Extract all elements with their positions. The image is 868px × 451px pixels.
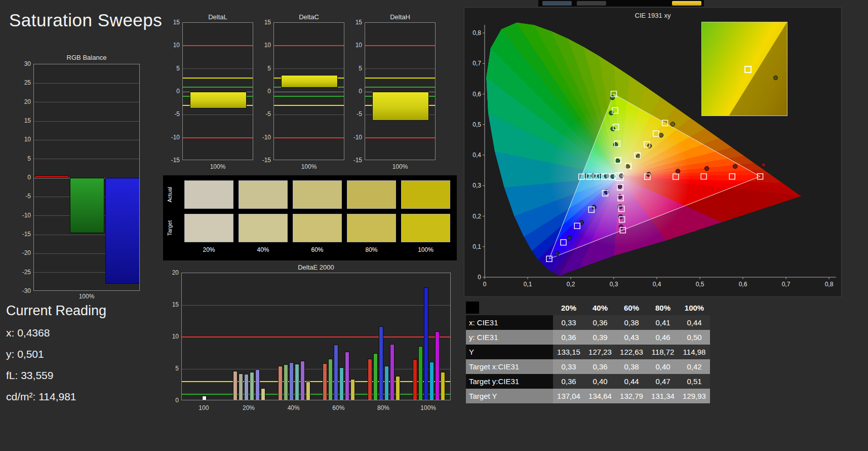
y-tick-label: -10 <box>167 134 180 141</box>
y-tick-label: 0 <box>349 88 362 95</box>
y-tick-label: 0 <box>163 397 179 404</box>
row-label: Y <box>466 345 553 359</box>
x-tick-label: 0,6 <box>739 281 747 288</box>
y-tick-label: 5 <box>167 65 180 72</box>
gridline <box>274 92 344 92</box>
y-tick-label: 10 <box>15 136 31 143</box>
window-topbar <box>538 0 704 7</box>
y-tick-label: 10 <box>163 333 179 340</box>
gridline <box>34 121 139 122</box>
y-tick-label: 10 <box>349 42 362 49</box>
x-axis-label: 100% <box>365 163 436 170</box>
swatch-col-label: 60% <box>293 246 342 253</box>
measurement-table: 20%40%60%80%100%x: CIE310,330,360,380,41… <box>466 300 710 403</box>
swatch-target-20% <box>184 214 233 242</box>
measured-point <box>704 166 708 170</box>
row-label: y: CIE31 <box>466 330 553 345</box>
app-root: Saturation Sweeps RGB Balance 100% 30252… <box>0 0 868 451</box>
table-cell: 0,51 <box>679 374 710 389</box>
plot-area <box>273 22 344 160</box>
delta-e-bar <box>418 346 423 400</box>
y-tick-label: -10 <box>258 134 271 141</box>
y-tick-label: 0,4 <box>472 152 481 159</box>
reading-x: x: 0,4368 <box>6 327 106 339</box>
toolbar-button-yellow[interactable] <box>672 1 701 6</box>
limit-line <box>365 87 435 88</box>
table-cell: 0,44 <box>616 374 647 389</box>
y-tick-label: -5 <box>349 110 362 118</box>
table-col-header: 40% <box>584 300 616 315</box>
y-tick-label: -10 <box>349 134 362 141</box>
delta-e-bar <box>350 379 355 400</box>
y-tick-label: -10 <box>15 212 31 219</box>
swatch-row-label: Target <box>165 214 174 242</box>
y-tick-label: 0,6 <box>472 91 481 98</box>
measured-point <box>591 174 595 178</box>
row-label: x: CIE31 <box>466 315 553 330</box>
delta-e-bar <box>429 362 434 400</box>
y-tick-label: 0 <box>258 88 271 95</box>
y-tick-label: 5 <box>15 155 31 162</box>
table-cell: 0,43 <box>616 330 647 345</box>
limit-line <box>183 78 253 79</box>
y-tick-label: -15 <box>167 157 180 164</box>
delta-h-chart: DeltaH 100% 151050-5-10-15 <box>349 13 440 180</box>
reading-fl: fL: 33,559 <box>6 369 106 382</box>
delta-e-bar <box>384 366 389 400</box>
table-corner <box>466 300 553 315</box>
limit-line <box>183 45 253 46</box>
x-axis-label: 100% <box>273 163 344 170</box>
gridline <box>182 369 450 369</box>
toolbar-button[interactable] <box>577 1 606 6</box>
x-tick-label: 0,1 <box>524 281 532 288</box>
swatch-col-label: 40% <box>239 246 288 253</box>
measured-point <box>676 169 680 173</box>
gridline <box>34 102 139 102</box>
page-title: Saturation Sweeps <box>9 10 162 30</box>
delta-e-bar <box>295 364 299 400</box>
delta-e-bar <box>202 396 207 400</box>
measured-point <box>604 174 608 178</box>
measured-point <box>619 224 623 229</box>
plot-area <box>182 22 253 160</box>
x-tick-label: 0,3 <box>610 281 618 288</box>
current-reading: Current Reading x: 0,4368 y: 0,501 fL: 3… <box>6 303 106 412</box>
delta-c-chart: DeltaC 100% 151050-5-10-15 <box>258 13 348 180</box>
table-row: Y133,15127,23122,63118,72114,98 <box>466 345 710 359</box>
table-cell: 0,33 <box>553 315 584 330</box>
inset-measured-point <box>773 76 778 80</box>
gridline <box>183 68 253 69</box>
measured-point <box>625 165 629 169</box>
x-tick-label: 40% <box>279 404 309 411</box>
delta-e-bar <box>345 352 349 400</box>
swatch-col-label: 20% <box>184 246 233 253</box>
delta-e-bar <box>278 366 283 400</box>
inset-target-square <box>744 66 752 73</box>
measured-point <box>615 159 619 163</box>
toolbar-button[interactable] <box>542 1 572 6</box>
swatch-actual-40% <box>239 180 288 209</box>
y-tick-label: 15 <box>15 117 31 124</box>
x-tick-label: 0,5 <box>696 281 704 288</box>
table-cell: 134,64 <box>584 389 616 403</box>
y-tick-label: 15 <box>167 19 180 26</box>
table-cell: 127,23 <box>584 345 616 359</box>
delta-e-bar <box>284 364 288 400</box>
table-cell: 131,34 <box>647 389 679 403</box>
limit-line <box>274 105 344 106</box>
delta-e-bar <box>250 372 254 400</box>
table-col-header: 80% <box>647 300 679 315</box>
y-tick-label: 20 <box>163 269 179 276</box>
reading-cdm2: cd/m²: 114,981 <box>6 391 106 403</box>
y-tick-label: 15 <box>163 301 179 308</box>
delta-e-bar <box>368 359 372 400</box>
delta-e-bar <box>413 359 417 400</box>
green-bar <box>70 178 104 233</box>
swatch-target-100% <box>401 214 450 242</box>
y-tick-label: 25 <box>15 79 31 86</box>
chart-title: RGB Balance <box>33 54 140 61</box>
limit-line <box>182 336 450 337</box>
cie-title: CIE 1931 xy <box>464 12 841 19</box>
table-cell: 0,44 <box>679 315 710 330</box>
delta-l-chart: DeltaL 100% 151050-5-10-15 <box>167 13 257 180</box>
